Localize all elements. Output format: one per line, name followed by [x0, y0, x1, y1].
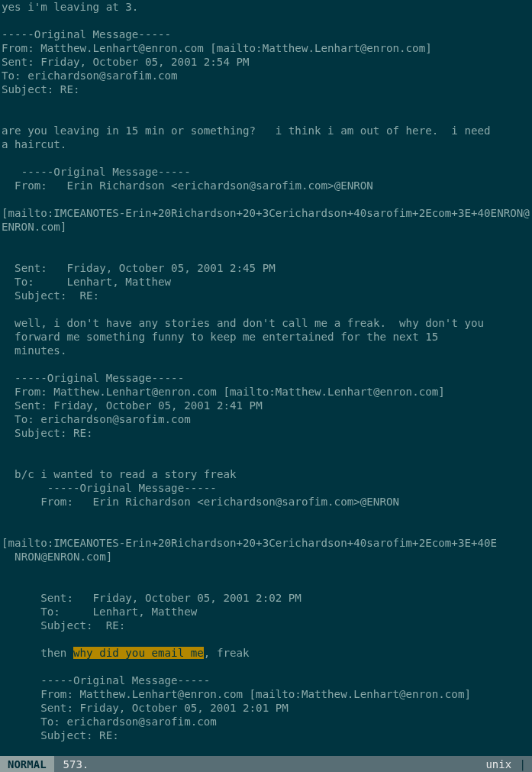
buffer-text: yes i'm leaving at 3. -----Original Mess…	[2, 1, 530, 772]
line-indicator: 573.	[54, 757, 486, 771]
mode-indicator: NORMAL	[0, 756, 54, 772]
status-bar: NORMAL 573. unix |	[0, 756, 532, 772]
search-highlight: why did you email me	[73, 647, 204, 659]
file-format-indicator: unix |	[485, 757, 532, 771]
editor-viewport[interactable]: yes i'm leaving at 3. -----Original Mess…	[0, 0, 532, 757]
